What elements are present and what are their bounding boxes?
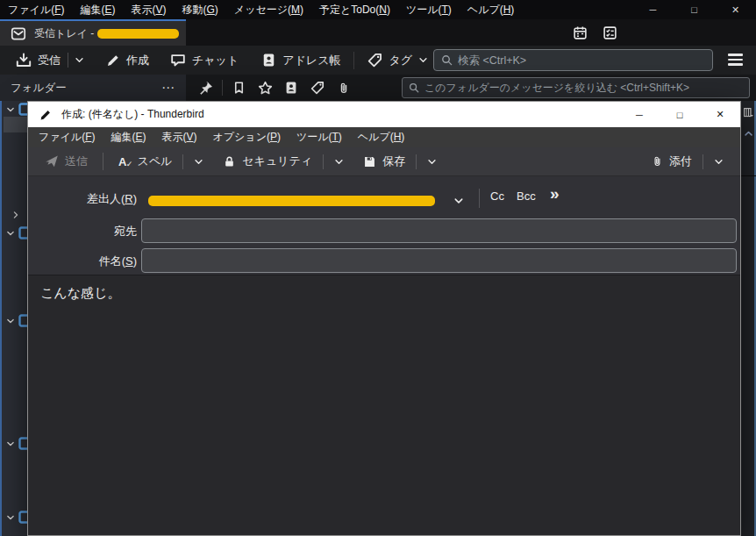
compose-title-bar[interactable]: 作成: (件名なし) - Thunderbird ─ □ ✕ bbox=[28, 102, 740, 127]
write-button[interactable]: 作成 bbox=[99, 49, 156, 72]
menu-message[interactable]: メッセージ(M) bbox=[226, 0, 311, 19]
folder-row[interactable] bbox=[2, 437, 27, 451]
to-label: 宛先 bbox=[53, 224, 137, 239]
folder-row-collapsed[interactable] bbox=[2, 208, 27, 222]
security-label: セキュリティ bbox=[242, 154, 312, 169]
tag-button[interactable]: タグ bbox=[360, 49, 435, 72]
subject-field[interactable] bbox=[141, 248, 737, 273]
close-button[interactable]: ✕ bbox=[715, 0, 756, 19]
selected-folder-row[interactable] bbox=[4, 117, 27, 132]
compose-window: 作成: (件名なし) - Thunderbird ─ □ ✕ ファイル(F) 編… bbox=[27, 101, 741, 536]
menu-help[interactable]: ヘルプ(H) bbox=[350, 127, 413, 147]
quick-filter-bar bbox=[186, 75, 756, 101]
security-button[interactable]: セキュリティ bbox=[217, 150, 318, 173]
save-icon bbox=[363, 155, 376, 168]
bcc-button[interactable]: Bcc bbox=[517, 189, 536, 203]
message-filter-input[interactable] bbox=[424, 82, 743, 94]
app-menu-button[interactable] bbox=[723, 50, 747, 69]
compose-toolbar: 送信 A✓ スペル セキュリティ bbox=[28, 147, 740, 176]
from-dropdown[interactable] bbox=[450, 192, 467, 210]
folder-icon bbox=[18, 226, 27, 239]
spell-dropdown[interactable] bbox=[188, 150, 210, 173]
search-icon bbox=[441, 54, 453, 66]
message-body-text: こんな感じ。 bbox=[40, 285, 120, 300]
folder-icon bbox=[18, 314, 27, 327]
tasks-tab-button[interactable] bbox=[600, 24, 619, 42]
folder-row[interactable] bbox=[2, 226, 27, 240]
security-dropdown[interactable] bbox=[328, 150, 350, 173]
attach-button[interactable]: 添付 bbox=[645, 150, 698, 173]
global-search[interactable] bbox=[433, 49, 713, 71]
maximize-button[interactable]: □ bbox=[674, 0, 715, 19]
get-messages-dropdown[interactable] bbox=[68, 49, 90, 72]
column-picker-button[interactable] bbox=[742, 105, 754, 119]
chevron-down-icon bbox=[6, 105, 15, 114]
write-label: 作成 bbox=[126, 53, 149, 68]
attach-dropdown[interactable] bbox=[708, 150, 730, 173]
menu-edit[interactable]: 編集(E) bbox=[72, 0, 123, 19]
spell-check-button[interactable]: A✓ スペル bbox=[112, 150, 178, 173]
filter-unread-button[interactable] bbox=[227, 76, 250, 99]
subject-label: 件名(S) bbox=[53, 254, 137, 269]
folder-pane-header: フォルダー ⋯ bbox=[0, 75, 186, 101]
folder-icon bbox=[18, 437, 27, 450]
chat-label: チャット bbox=[192, 53, 239, 68]
filter-attachment-button[interactable] bbox=[332, 76, 355, 99]
maximize-button[interactable]: □ bbox=[660, 102, 700, 127]
menu-view[interactable]: 表示(V) bbox=[123, 0, 174, 19]
folder-row[interactable] bbox=[2, 314, 27, 328]
send-icon bbox=[45, 154, 59, 168]
message-body-editor[interactable]: こんな感じ。 bbox=[28, 275, 740, 535]
divider bbox=[416, 154, 417, 169]
scroll-up-button[interactable] bbox=[742, 126, 754, 140]
more-addressing-button[interactable]: » bbox=[550, 184, 558, 204]
get-messages-label: 受信 bbox=[38, 53, 61, 68]
save-dropdown[interactable] bbox=[421, 150, 443, 173]
menu-go[interactable]: 移動(G) bbox=[175, 0, 226, 19]
menu-file[interactable]: ファイル(F) bbox=[0, 0, 72, 19]
folder-icon bbox=[18, 511, 27, 524]
menu-tools[interactable]: ツール(T) bbox=[398, 0, 460, 19]
menu-edit[interactable]: 編集(E) bbox=[103, 127, 153, 147]
tab-inbox[interactable]: 受信トレイ - bbox=[0, 19, 186, 46]
menu-help[interactable]: ヘルプ(H) bbox=[460, 0, 523, 19]
folder-pane-options-button[interactable]: ⋯ bbox=[161, 83, 175, 92]
save-button[interactable]: 保存 bbox=[357, 150, 411, 173]
menu-view[interactable]: 表示(V) bbox=[153, 127, 204, 147]
pencil-icon bbox=[106, 54, 120, 68]
tag-icon bbox=[367, 53, 382, 68]
send-button[interactable]: 送信 bbox=[39, 150, 94, 173]
folder-row[interactable] bbox=[2, 103, 27, 117]
divider bbox=[479, 189, 480, 208]
folder-pane-title: フォルダー bbox=[11, 81, 67, 96]
minimize-button[interactable]: ─ bbox=[632, 0, 674, 19]
folder-row[interactable] bbox=[2, 511, 27, 525]
minimize-button[interactable]: ─ bbox=[619, 102, 660, 127]
attachment-icon bbox=[652, 154, 663, 168]
message-filter-field[interactable] bbox=[402, 77, 750, 98]
address-book-icon bbox=[261, 53, 276, 68]
global-search-input[interactable] bbox=[458, 54, 705, 67]
get-messages-button[interactable]: 受信 bbox=[9, 49, 68, 72]
cc-button[interactable]: Cc bbox=[490, 189, 504, 203]
chat-button[interactable]: チャット bbox=[163, 49, 246, 72]
divider bbox=[182, 154, 183, 169]
menu-file[interactable]: ファイル(F) bbox=[31, 127, 103, 147]
filter-tags-button[interactable] bbox=[306, 76, 329, 99]
menu-tools[interactable]: ツール(T) bbox=[289, 127, 350, 147]
to-field[interactable] bbox=[141, 218, 737, 243]
menu-events-todo[interactable]: 予定とToDo(N) bbox=[311, 0, 398, 19]
calendar-tab-button[interactable] bbox=[570, 24, 589, 42]
filter-contact-button[interactable] bbox=[280, 76, 303, 99]
sticky-filter-button[interactable] bbox=[194, 76, 217, 99]
lock-icon bbox=[223, 155, 236, 168]
close-button[interactable]: ✕ bbox=[700, 102, 740, 127]
folder-icon bbox=[18, 103, 27, 116]
tag-label: タグ bbox=[389, 53, 412, 68]
divider bbox=[703, 154, 703, 169]
main-menu-bar: ファイル(F) 編集(E) 表示(V) 移動(G) メッセージ(M) 予定とTo… bbox=[0, 0, 756, 19]
address-book-button[interactable]: アドレス帳 bbox=[254, 49, 347, 72]
filter-starred-button[interactable] bbox=[253, 76, 276, 99]
menu-options[interactable]: オプション(P) bbox=[205, 127, 289, 147]
thunderbird-app: ファイル(F) 編集(E) 表示(V) 移動(G) メッセージ(M) 予定とTo… bbox=[0, 0, 756, 536]
